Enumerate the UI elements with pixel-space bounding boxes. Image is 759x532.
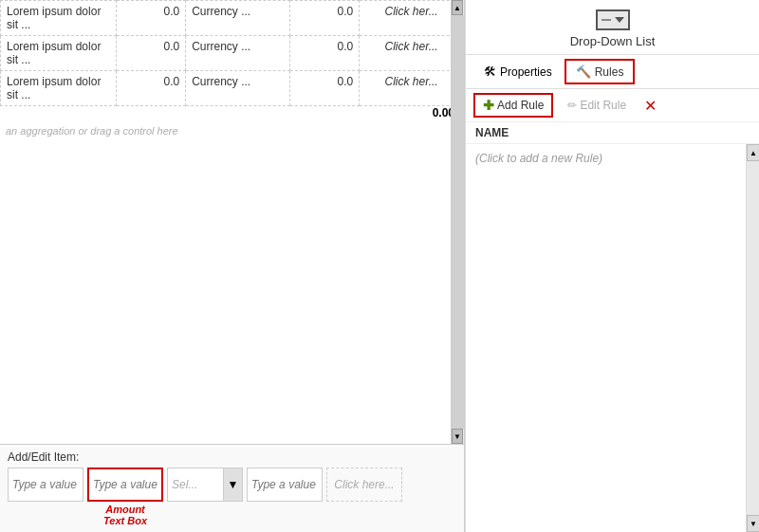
row-col3: Currency ... [186,1,290,36]
aggregation-placeholder: an aggregation or drag a control here [6,125,178,137]
properties-icon: 🛠 [484,64,496,79]
right-scroll-down-btn[interactable]: ▼ [747,515,759,532]
scroll-up-btn[interactable]: ▲ [452,0,463,15]
table-scrollbar: ▲ ▼ [451,0,464,444]
click-to-add-rule[interactable]: (Click to add a new Rule) [466,144,759,173]
add-edit-row: AmountText Box Sel... ▼ Click here... [8,468,456,526]
amount-label: AmountText Box [103,504,147,526]
row-col4: 0.0 [289,1,359,36]
table-row: Lorem ipsum dolor sit ... 0.0 Currency .… [1,36,464,71]
name-header: NAME [466,122,759,144]
right-panel: Drop-Down List 🛠 Properties 🔨 Rules ✚ Ad… [465,0,759,532]
edit-rule-button[interactable]: ✏ Edit Rule [559,95,635,116]
panel-title: Drop-Down List [570,34,656,48]
edit-rule-label: Edit Rule [580,99,626,112]
row-col4: 0.0 [289,36,359,71]
scroll-down-btn[interactable]: ▼ [452,429,463,444]
add-rule-button[interactable]: ✚ Add Rule [473,93,553,118]
amount-input-wrapper: AmountText Box [87,468,163,526]
select-wrapper: Sel... ▼ [167,468,243,502]
total-row: 0.00 [0,106,464,119]
pencil-icon: ✏ [567,99,577,112]
dropdown-list-icon [596,9,630,30]
right-scroll-up-btn[interactable]: ▲ [747,144,759,161]
row-col2: 0.0 [117,71,186,106]
value-input-1[interactable] [8,468,83,502]
row-col3: Currency ... [186,36,290,71]
plus-icon: ✚ [483,98,494,113]
rules-icon: 🔨 [576,64,591,79]
value-input-3[interactable] [247,468,323,502]
row-col5[interactable]: Click her... [360,1,464,36]
add-edit-section: Add/Edit Item: AmountText Box Sel... ▼ C… [0,444,464,532]
tab-rules-label: Rules [595,65,624,79]
total-table: 0.00 an aggregation or drag a control he… [0,106,464,142]
row-col5[interactable]: Click her... [360,36,464,71]
row-col3: Currency ... [186,71,290,106]
dropdown-icon-line [602,19,611,21]
table-row: Lorem ipsum dolor sit ... 0.0 Currency .… [1,71,464,106]
table-area: Lorem ipsum dolor sit ... 0.0 Currency .… [0,0,464,444]
tab-properties-label: Properties [500,65,552,79]
add-rule-label: Add Rule [497,99,544,112]
right-scroll-track [747,161,759,515]
row-col1: Lorem ipsum dolor sit ... [1,71,117,106]
toolbar-row: ✚ Add Rule ✏ Edit Rule ✕ [466,89,759,122]
row-col1: Lorem ipsum dolor sit ... [1,36,117,71]
tab-properties[interactable]: 🛠 Properties [473,59,563,84]
panel-header: Drop-Down List [466,0,759,55]
amount-text-box[interactable] [87,468,163,502]
row-col4: 0.0 [289,71,359,106]
table-row: Lorem ipsum dolor sit ... 0.0 Currency .… [1,1,464,36]
delete-rule-button[interactable]: ✕ [640,97,660,115]
select-arrow-btn[interactable]: ▼ [224,468,243,502]
row-col2: 0.0 [117,1,186,36]
click-here-add[interactable]: Click here... [326,468,402,502]
add-edit-label: Add/Edit Item: [8,450,456,464]
tab-rules[interactable]: 🔨 Rules [565,59,636,84]
dropdown-icon-arrow [615,17,624,23]
main-table: Lorem ipsum dolor sit ... 0.0 Currency .… [0,0,464,106]
aggregation-row: an aggregation or drag a control here [0,119,464,142]
tabs-row: 🛠 Properties 🔨 Rules [466,55,759,89]
left-panel: Lorem ipsum dolor sit ... 0.0 Currency .… [0,0,465,532]
row-col1: Lorem ipsum dolor sit ... [1,1,117,36]
right-scrollbar: ▲ ▼ [746,144,759,532]
row-col2: 0.0 [117,36,186,71]
row-col5[interactable]: Click her... [360,71,464,106]
type-select[interactable]: Sel... [167,468,224,502]
rules-list-area: (Click to add a new Rule) ▲ ▼ [466,144,759,532]
